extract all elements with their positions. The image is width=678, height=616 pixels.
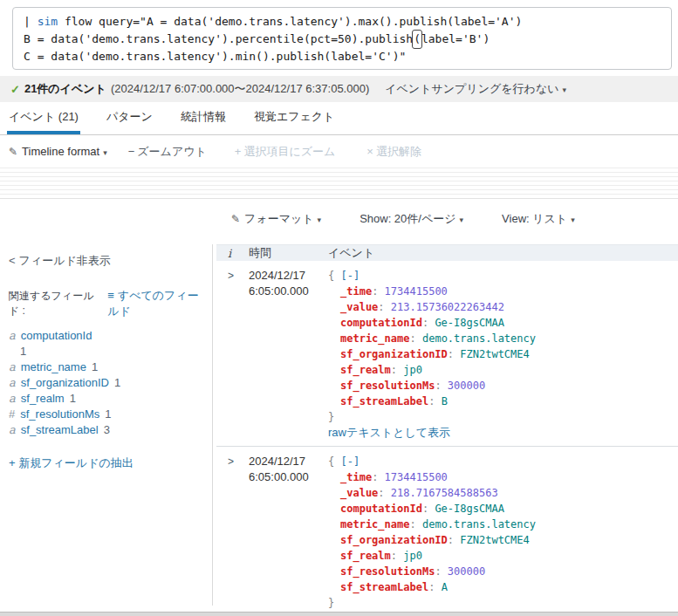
fields-header-row: 関連するフィールド : ≡すべてのフィールド — [9, 288, 205, 319]
field-count: 1 — [105, 407, 111, 421]
event-column-header: イベント — [323, 245, 678, 261]
collapse-link[interactable]: [-] — [340, 270, 360, 282]
tab-visualization[interactable]: 視覚エフェクト — [252, 102, 337, 134]
field-type-icon: a — [9, 423, 16, 436]
json-value[interactable]: Ge-I8gsCMAA — [435, 503, 503, 515]
per-page-dropdown[interactable]: Show: 20件/ページ▾ — [360, 211, 463, 227]
field-type-icon: a — [9, 376, 16, 389]
expand-chevron-icon[interactable]: > — [216, 454, 243, 611]
expand-chevron-icon[interactable]: > — [216, 268, 243, 441]
field-name-link[interactable]: sf_streamLabel — [21, 423, 99, 436]
tab-statistics[interactable]: 統計情報 — [179, 102, 228, 134]
field-name-link[interactable]: sf_organizationID — [21, 376, 109, 389]
event-timeline-chart[interactable] — [0, 168, 678, 199]
field-item-sf-resolutionMs[interactable]: #sf_resolutionMs1 — [9, 407, 205, 422]
field-name-link[interactable]: sf_realm — [21, 392, 65, 405]
query-line-2: B = data('demo.trans.latency').percentil… — [24, 31, 661, 48]
field-name-link[interactable]: computationId — [21, 329, 92, 342]
results-area: <フィールド非表示 関連するフィールド : ≡すべてのフィールド acomput… — [0, 244, 678, 606]
query-line-1-text: flow query="A = data('demo.trans.latency… — [58, 15, 522, 28]
field-count: 3 — [104, 423, 110, 436]
list-icon: ≡ — [107, 289, 114, 302]
json-key[interactable]: sf_organizationID — [340, 534, 448, 546]
field-count: 1 — [114, 376, 120, 389]
close-brace: } — [328, 411, 334, 423]
json-key[interactable]: sf_organizationID — [340, 348, 448, 360]
field-count: 1 — [70, 392, 76, 405]
json-key[interactable]: metric_name — [340, 332, 409, 345]
field-name-link[interactable]: sf_resolutionMs — [20, 407, 99, 421]
minus-icon: − — [128, 145, 135, 158]
zoom-to-selection-button[interactable]: +選択項目にズーム — [235, 144, 336, 160]
json-key[interactable]: metric_name — [340, 518, 409, 530]
json-key[interactable]: computationId — [340, 317, 422, 329]
json-value[interactable]: 1734415500 — [385, 471, 448, 483]
success-check-icon: ✓ — [10, 83, 20, 96]
json-value[interactable]: 300000 — [448, 565, 485, 578]
field-item-sf-organizationID[interactable]: asf_organizationID1 — [9, 375, 205, 391]
open-brace: { — [328, 455, 334, 468]
field-item-metric-name[interactable]: ametric_name1 — [9, 359, 205, 375]
field-item-sf-realm[interactable]: asf_realm1 — [9, 391, 205, 407]
json-key[interactable]: sf_resolutionMs — [340, 380, 435, 392]
json-value[interactable]: 300000 — [448, 380, 485, 392]
chevron-down-icon: ▾ — [103, 148, 107, 157]
json-value[interactable]: 1734415500 — [385, 285, 448, 298]
json-value[interactable]: B — [442, 395, 448, 407]
json-value[interactable]: A — [442, 581, 448, 593]
json-key[interactable]: _value — [340, 301, 378, 313]
json-key[interactable]: sf_streamLabel — [340, 395, 428, 407]
json-key[interactable]: computationId — [340, 503, 422, 515]
json-value[interactable]: demo.trans.latency — [422, 332, 536, 345]
json-key[interactable]: sf_streamLabel — [340, 581, 428, 593]
field-type-icon: a — [9, 392, 16, 405]
show-as-raw-text-link[interactable]: rawテキストとして表示 — [328, 425, 678, 441]
collapse-link[interactable]: [-] — [340, 455, 360, 468]
close-icon: × — [366, 145, 373, 158]
json-key[interactable]: _time — [340, 285, 372, 298]
json-value[interactable]: 213.15736022263442 — [391, 301, 504, 313]
field-type-icon: a — [9, 329, 16, 342]
field-item-computationId[interactable]: acomputationId — [9, 328, 205, 344]
info-column-header: i — [216, 247, 243, 260]
query-line-2-rest: label='B') — [421, 32, 490, 45]
chevron-down-icon: ▾ — [563, 86, 567, 94]
query-command: sim — [38, 15, 58, 28]
json-value[interactable]: jp0 — [403, 550, 422, 562]
event-row: > 2024/12/17 6:05:00.000 { [-] _time: 17… — [216, 447, 678, 616]
all-fields-link[interactable]: ≡すべてのフィールド — [107, 288, 205, 319]
chevron-left-icon: < — [9, 254, 16, 267]
tab-events[interactable]: イベント (21) — [7, 102, 80, 134]
json-value[interactable]: jp0 — [403, 364, 422, 376]
search-query-editor[interactable]: | sim flow query="A = data('demo.trans.l… — [12, 7, 672, 70]
event-time-range: (2024/12/17 6:07:00.000〜2024/12/17 6:37:… — [111, 81, 369, 97]
event-sampling-dropdown[interactable]: イベントサンプリングを行わない▾ — [385, 81, 566, 97]
json-value[interactable]: demo.trans.latency — [422, 518, 536, 530]
json-key[interactable]: _value — [340, 487, 378, 499]
field-name-link[interactable]: metric_name — [21, 360, 86, 373]
view-dropdown[interactable]: View: リスト▾ — [502, 211, 575, 227]
json-value[interactable]: Ge-I8gsCMAA — [435, 317, 503, 329]
json-key[interactable]: sf_realm — [340, 550, 391, 562]
field-count: 1 — [9, 344, 205, 359]
json-value[interactable]: FZN2twtCME4 — [460, 348, 529, 360]
extract-new-fields-link[interactable]: + 新規フィールドの抽出 — [9, 455, 205, 471]
json-key[interactable]: _time — [340, 471, 372, 483]
hide-fields-link[interactable]: <フィールド非表示 — [9, 253, 205, 269]
tab-patterns[interactable]: パターン — [105, 102, 154, 134]
query-line-3: C = data('demo.trans.latency').min().pub… — [24, 48, 661, 65]
json-key[interactable]: sf_resolutionMs — [340, 565, 435, 578]
json-value[interactable]: 218.7167584588563 — [391, 487, 498, 499]
timeline-format-dropdown[interactable]: ✎Timeline format▾ — [9, 145, 107, 158]
pipe-char: | — [24, 15, 38, 28]
deselect-button[interactable]: ×選択解除 — [366, 144, 421, 160]
chevron-down-icon: ▾ — [318, 216, 322, 224]
horizontal-scrollbar[interactable] — [0, 612, 678, 616]
format-dropdown[interactable]: ✎フォーマット▾ — [231, 211, 321, 227]
zoom-out-button[interactable]: −ズームアウト — [128, 144, 207, 160]
json-value[interactable]: FZN2twtCME4 — [460, 534, 529, 546]
time-column-header: 時間 — [243, 245, 323, 261]
json-key[interactable]: sf_realm — [340, 364, 391, 376]
plus-icon: + — [9, 456, 16, 469]
field-item-sf-streamLabel[interactable]: asf_streamLabel3 — [9, 422, 205, 438]
